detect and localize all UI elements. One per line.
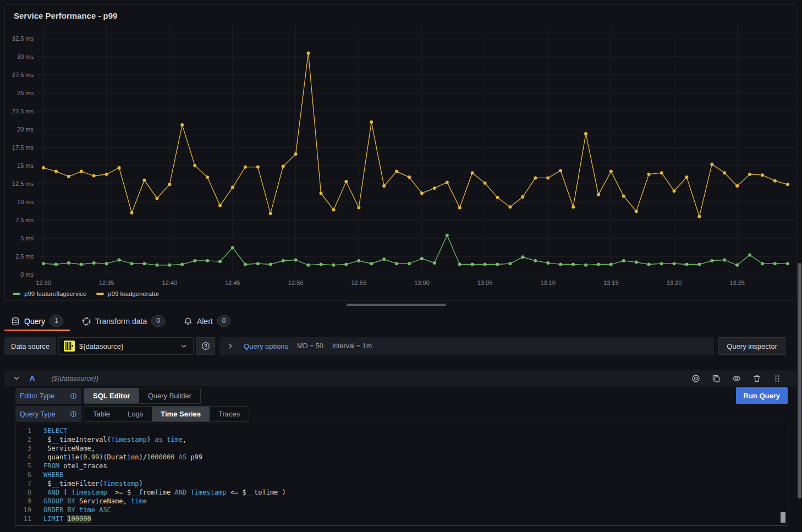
database-icon bbox=[11, 317, 20, 326]
svg-text:10 ms: 10 ms bbox=[17, 199, 34, 205]
svg-text:32.5 ms: 32.5 ms bbox=[12, 35, 34, 42]
timeseries-chart[interactable]: 0 ms2.5 ms5 ms7.5 ms10 ms12.5 ms15 ms17.… bbox=[5, 5, 795, 299]
line-number: 7 bbox=[16, 479, 31, 488]
svg-text:0 ms: 0 ms bbox=[20, 271, 34, 278]
drag-handle-icon[interactable] bbox=[773, 374, 782, 383]
line-number: 6 bbox=[16, 470, 31, 479]
svg-text:12:35: 12:35 bbox=[99, 279, 114, 286]
tab-transform-data[interactable]: Transform data 0 bbox=[75, 311, 172, 331]
editor-type-label: Editor Type bbox=[15, 388, 81, 404]
query-row-actions bbox=[691, 374, 782, 383]
svg-text:7.5 ms: 7.5 ms bbox=[15, 217, 34, 223]
svg-text:12:45: 12:45 bbox=[225, 279, 240, 286]
legend-swatch bbox=[13, 293, 20, 295]
tab-alert[interactable]: Alert 0 bbox=[177, 311, 237, 331]
pane-resize-handle[interactable] bbox=[347, 304, 446, 306]
chevron-down-icon bbox=[179, 342, 188, 350]
transform-icon bbox=[82, 317, 91, 326]
tab-alert-label: Alert bbox=[197, 317, 213, 326]
query-type-option-time-series[interactable]: Time Series bbox=[152, 407, 210, 421]
query-type-option-traces[interactable]: Traces bbox=[210, 407, 249, 421]
svg-text:13:15: 13:15 bbox=[603, 279, 619, 286]
bell-icon bbox=[184, 317, 193, 326]
query-options-link[interactable]: Query options bbox=[244, 342, 288, 350]
code-text: quantile(0.99)(Duration)/1000000 AS p99 bbox=[43, 453, 202, 462]
svg-text:12:55: 12:55 bbox=[351, 279, 366, 286]
query-toolbar: Data source ${datasource} bbox=[4, 337, 785, 355]
query-type-label: Query Type bbox=[15, 406, 81, 422]
tab-query[interactable]: Query 1 bbox=[4, 311, 70, 331]
code-text: FROM otel_traces bbox=[43, 462, 107, 470]
disable-query-icon[interactable] bbox=[691, 374, 700, 383]
svg-text:13:10: 13:10 bbox=[540, 279, 556, 286]
query-type-radio-group: TableLogsTime SeriesTraces bbox=[84, 406, 249, 422]
query-type-row: Query Type TableLogsTime SeriesTraces bbox=[15, 406, 249, 422]
line-number: 3 bbox=[16, 444, 31, 453]
run-query-button[interactable]: Run Query bbox=[736, 387, 788, 404]
code-line[interactable]: 8 AND ( Timestamp >= $__fromTime AND Tim… bbox=[16, 488, 788, 497]
line-number: 10 bbox=[16, 506, 31, 514]
hide-response-eye-icon[interactable] bbox=[732, 374, 741, 383]
code-line[interactable]: 7 $__timeFilter(Timestamp) bbox=[16, 479, 788, 488]
code-line[interactable]: 9GROUP BY ServiceName, time bbox=[16, 497, 788, 506]
query-options-bar[interactable]: Query options MD = 50 Interval = 1m bbox=[219, 337, 714, 355]
legend-item[interactable]: p99 loadgenerator bbox=[96, 290, 159, 297]
code-text: WHERE bbox=[43, 470, 63, 479]
editor-cursor-block bbox=[781, 512, 785, 523]
remove-query-trash-icon[interactable] bbox=[752, 374, 761, 383]
code-line[interactable]: 5FROM otel_traces bbox=[16, 462, 788, 470]
page-scrollbar-thumb[interactable] bbox=[798, 263, 801, 498]
svg-text:13:05: 13:05 bbox=[477, 279, 493, 286]
query-datasource-hint: (${datasource}) bbox=[51, 375, 98, 382]
svg-text:15 ms: 15 ms bbox=[17, 162, 34, 169]
svg-text:5 ms: 5 ms bbox=[20, 235, 34, 242]
sql-code-editor[interactable]: 1SELECT2 $__timeInterval(Timestamp) as t… bbox=[15, 424, 788, 526]
tab-transform-label: Transform data bbox=[95, 317, 147, 326]
datasource-picker[interactable]: ${datasource} bbox=[58, 337, 194, 355]
code-line[interactable]: 10ORDER BY time ASC bbox=[16, 506, 788, 514]
timeseries-panel: Service Performance - p99 0 ms2.5 ms5 ms… bbox=[4, 4, 797, 301]
legend-item[interactable]: p99 featureflagservice bbox=[13, 290, 86, 297]
line-number: 9 bbox=[16, 497, 31, 506]
editor-type-row: Editor Type SQL EditorQuery Builder bbox=[15, 388, 201, 404]
tab-alert-count-badge: 0 bbox=[217, 315, 231, 327]
query-type-option-table[interactable]: Table bbox=[84, 407, 119, 421]
query-inspector-button[interactable]: Query inspector bbox=[718, 337, 785, 355]
code-text: GROUP BY ServiceName, time bbox=[43, 497, 147, 506]
code-line[interactable]: 4 quantile(0.99)(Duration)/1000000 AS p9… bbox=[16, 453, 788, 462]
datasource-help-button[interactable] bbox=[196, 337, 215, 355]
collapse-chevron-down-icon[interactable] bbox=[12, 374, 21, 383]
svg-text:30 ms: 30 ms bbox=[17, 53, 34, 60]
svg-text:12.5 ms: 12.5 ms bbox=[12, 180, 34, 187]
query-row-header[interactable]: A (${datasource}) bbox=[4, 370, 797, 386]
svg-text:27.5 ms: 27.5 ms bbox=[12, 72, 34, 78]
code-line[interactable]: 11LIMIT 100000 bbox=[16, 514, 788, 523]
line-number: 4 bbox=[16, 453, 31, 462]
line-number: 1 bbox=[16, 426, 31, 435]
svg-text:17.5 ms: 17.5 ms bbox=[12, 144, 34, 151]
svg-text:13:20: 13:20 bbox=[667, 279, 682, 286]
editor-type-option-sql-editor[interactable]: SQL Editor bbox=[84, 388, 139, 403]
query-type-option-logs[interactable]: Logs bbox=[119, 407, 152, 421]
code-line[interactable]: 2 $__timeInterval(Timestamp) as time, bbox=[16, 435, 788, 444]
svg-text:22.5 ms: 22.5 ms bbox=[12, 108, 34, 114]
line-number: 11 bbox=[16, 514, 31, 523]
editor-type-option-query-builder[interactable]: Query Builder bbox=[139, 388, 200, 403]
tab-query-label: Query bbox=[24, 317, 45, 326]
code-text: LIMIT 100000 bbox=[43, 514, 91, 523]
code-line[interactable]: 1SELECT bbox=[16, 426, 788, 435]
legend-label: p99 featureflagservice bbox=[24, 290, 86, 297]
tab-transform-count-badge: 0 bbox=[151, 315, 165, 327]
duplicate-query-icon[interactable] bbox=[712, 374, 721, 383]
code-line[interactable]: 6WHERE bbox=[16, 470, 788, 479]
svg-text:12:30: 12:30 bbox=[36, 279, 51, 286]
svg-text:12:50: 12:50 bbox=[288, 279, 304, 286]
grafana-panel-edit-page: Service Performance - p99 0 ms2.5 ms5 ms… bbox=[0, 0, 802, 532]
info-circle-icon[interactable] bbox=[70, 392, 77, 399]
chart-legend: p99 featureflagservicep99 loadgenerator bbox=[13, 290, 160, 297]
info-circle-icon[interactable] bbox=[70, 410, 77, 418]
svg-text:12:40: 12:40 bbox=[162, 279, 178, 286]
line-number: 2 bbox=[16, 435, 31, 444]
code-line[interactable]: 3 ServiceName, bbox=[16, 444, 788, 453]
question-circle-icon bbox=[201, 342, 210, 350]
